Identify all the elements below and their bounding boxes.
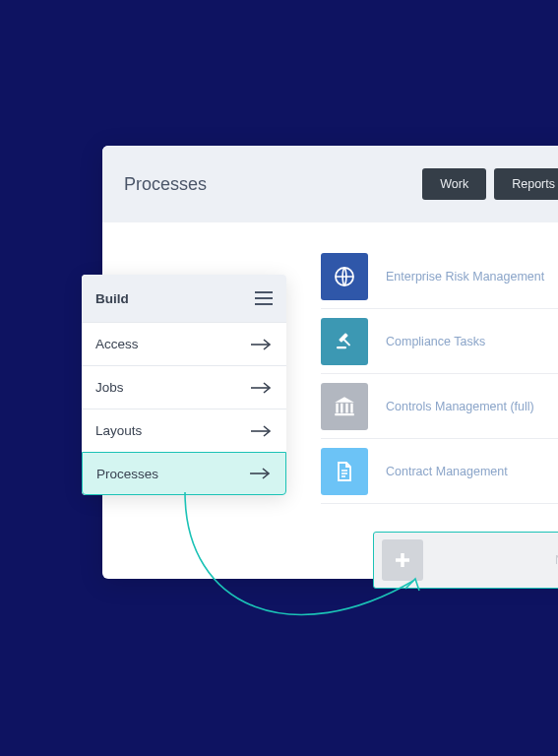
svg-rect-8 — [350, 403, 352, 412]
sidebar-title: Build — [95, 291, 129, 306]
document-icon — [321, 448, 368, 495]
process-label: Controls Management (full) — [386, 400, 534, 413]
svg-rect-6 — [341, 403, 342, 412]
process-label: Contract Management — [386, 465, 508, 478]
svg-rect-9 — [335, 413, 354, 415]
sidebar-menu: Build Access Jobs Layouts Processes — [82, 275, 286, 495]
process-row-controls[interactable]: Controls Management (full) — [321, 374, 558, 439]
building-icon — [321, 383, 368, 430]
sidebar-item-label: Processes — [96, 467, 158, 481]
globe-icon — [321, 253, 368, 300]
sidebar-item-jobs[interactable]: Jobs — [82, 365, 286, 409]
sidebar-item-processes[interactable]: Processes — [82, 452, 286, 495]
plus-icon — [382, 539, 423, 581]
sidebar-header: Build — [82, 275, 286, 322]
svg-rect-3 — [343, 339, 351, 346]
process-row-enterprise-risk[interactable]: Enterprise Risk Management — [321, 244, 558, 309]
arrow-right-icon — [249, 339, 273, 350]
process-label: Compliance Tasks — [386, 335, 485, 348]
svg-marker-4 — [335, 397, 354, 402]
gavel-icon — [321, 318, 368, 365]
sidebar-item-label: Access — [95, 337, 139, 351]
svg-rect-7 — [345, 403, 347, 412]
new-process-card[interactable]: New — [373, 532, 558, 589]
work-button[interactable]: Work — [422, 168, 486, 200]
process-row-compliance[interactable]: Compliance Tasks — [321, 309, 558, 374]
svg-rect-2 — [337, 346, 346, 348]
arrow-right-icon — [248, 468, 272, 479]
sidebar-item-label: Layouts — [95, 423, 142, 438]
arrow-right-icon — [249, 382, 273, 394]
hamburger-icon[interactable] — [255, 291, 273, 305]
arrow-right-icon — [249, 425, 273, 437]
header-buttons: Work Reports — [422, 168, 558, 200]
svg-rect-5 — [336, 403, 338, 412]
page-title: Processes — [124, 174, 422, 195]
sidebar-item-label: Jobs — [95, 380, 124, 395]
process-label: Enterprise Risk Management — [386, 270, 544, 284]
main-header: Processes Work Reports — [102, 146, 558, 222]
sidebar-item-layouts[interactable]: Layouts — [82, 409, 286, 452]
sidebar-item-access[interactable]: Access — [82, 322, 286, 365]
reports-button[interactable]: Reports — [494, 168, 558, 200]
process-row-contract[interactable]: Contract Management — [321, 439, 558, 504]
